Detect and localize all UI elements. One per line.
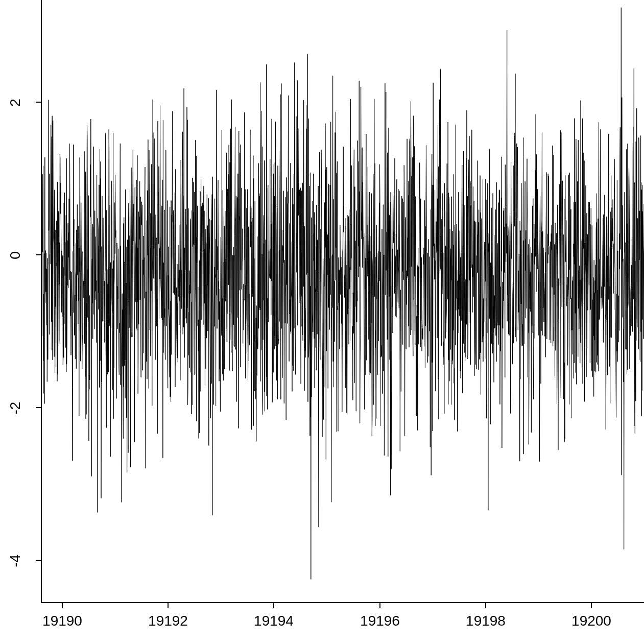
x-tick-label: 19194 [254,613,294,629]
chart-root: 2 0 -2 -4 19190 19192 19194 19196 19198 … [0,0,644,644]
x-tick [273,603,274,608]
y-tick-label: -4 [7,545,23,576]
y-tick [36,102,41,103]
x-tick-label: 19190 [42,613,82,629]
y-tick-label: -2 [7,393,23,423]
y-tick [36,560,41,561]
x-tick [485,603,486,608]
noise-series [42,0,644,602]
x-tick-label: 19198 [466,613,506,629]
plot-area [41,0,644,603]
x-tick-label: 19200 [571,613,611,629]
y-tick [36,407,41,408]
y-tick [36,254,41,255]
x-tick-label: 19192 [148,613,188,629]
x-tick [591,603,592,608]
x-tick [168,603,169,608]
x-tick-label: 19196 [360,613,400,629]
y-tick-label: 0 [7,240,23,271]
x-tick [62,603,63,608]
x-tick [379,603,380,608]
y-tick-label: 2 [7,87,23,118]
